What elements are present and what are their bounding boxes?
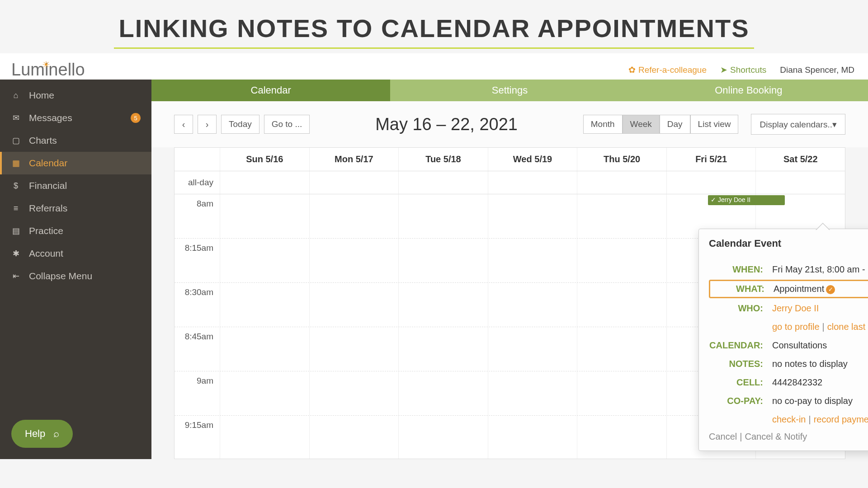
time-cell[interactable] — [577, 327, 666, 371]
who-link[interactable]: Jerry Doe II — [772, 303, 819, 313]
tab-calendar[interactable]: Calendar — [151, 80, 390, 101]
list-icon: ≡ — [11, 204, 21, 213]
sidebar-item-practice[interactable]: ▤Practice — [0, 220, 151, 242]
grid-icon: ▤ — [11, 226, 21, 236]
time-cell[interactable] — [398, 371, 488, 415]
time-cell[interactable] — [220, 416, 309, 459]
shortcuts-link[interactable]: ➤ Shortcuts — [720, 65, 766, 75]
day-header: Wed 5/19 — [488, 148, 577, 171]
tab-booking[interactable]: Online Booking — [629, 80, 868, 101]
main-content: Calendar Settings Online Booking ‹ › Tod… — [151, 80, 868, 459]
date-range: May 16 – 22, 2021 — [314, 115, 578, 134]
sidebar-item-financial[interactable]: $Financial — [0, 174, 151, 197]
time-cell[interactable] — [309, 327, 399, 371]
list-view-button[interactable]: List view — [690, 115, 739, 134]
time-label: 8:30am — [175, 283, 220, 327]
day-header: Tue 5/18 — [398, 148, 488, 171]
collapse-icon: ⇤ — [11, 271, 21, 281]
sidebar-item-label: Referrals — [29, 203, 67, 214]
month-view-button[interactable]: Month — [583, 115, 623, 134]
time-cell[interactable] — [309, 416, 399, 459]
copay-label: CO-PAY: — [709, 396, 772, 406]
time-cell[interactable] — [488, 194, 577, 238]
time-cell[interactable] — [220, 371, 309, 415]
day-header: Sat 5/22 — [755, 148, 845, 171]
what-label: WHAT: — [710, 284, 774, 294]
sidebar-item-collapse[interactable]: ⇤Collapse Menu — [0, 265, 151, 287]
tab-settings[interactable]: Settings — [390, 80, 629, 101]
time-cell[interactable] — [220, 194, 309, 238]
week-view-button[interactable]: Week — [623, 115, 660, 134]
day-header: Mon 5/17 — [309, 148, 399, 171]
sidebar-item-referrals[interactable]: ≡Referrals — [0, 197, 151, 220]
event-chip[interactable]: ✓ Jerry Doe II — [708, 195, 785, 205]
time-cell[interactable] — [309, 371, 399, 415]
help-button[interactable]: Help ⌕ — [11, 420, 73, 448]
cancel-notify-link[interactable]: Cancel & Notify — [745, 432, 807, 441]
gift-icon: ✿ — [628, 65, 636, 75]
view-group: Month Week Day List view — [583, 115, 739, 134]
sidebar-item-messages[interactable]: ✉Messages5 — [0, 107, 151, 129]
sidebar-item-calendar[interactable]: ▦Calendar — [0, 152, 151, 174]
checkin-link[interactable]: check-in — [772, 414, 806, 424]
day-header: Sun 5/16 — [220, 148, 309, 171]
calendar-header-row: Sun 5/16 Mon 5/17 Tue 5/18 Wed 5/19 Thu … — [175, 148, 845, 171]
go-to-profile-link[interactable]: go to profile — [772, 322, 820, 332]
calendar-label: CALENDAR: — [709, 340, 772, 351]
time-cell[interactable] — [309, 239, 399, 282]
cell-label: CELL: — [709, 377, 772, 388]
page-heading: LINKING NOTES TO CALENDAR APPOINTMENTS — [114, 14, 754, 49]
time-cell[interactable] — [577, 239, 666, 282]
next-button[interactable]: › — [198, 115, 217, 134]
time-cell[interactable] — [398, 283, 488, 327]
copay-value: no co-pay to display — [772, 396, 868, 406]
time-cell[interactable] — [220, 283, 309, 327]
user-name[interactable]: Diana Spencer, MD — [780, 65, 854, 75]
today-button[interactable]: Today — [221, 115, 259, 134]
time-cell[interactable] — [220, 239, 309, 282]
home-icon: ⌂ — [11, 91, 21, 100]
sidebar-item-account[interactable]: ✱Account — [0, 242, 151, 265]
sun-icon: ☀ — [42, 59, 50, 70]
time-cell[interactable] — [577, 416, 666, 459]
time-label: 8:45am — [175, 327, 220, 371]
time-cell[interactable] — [488, 327, 577, 371]
clone-last-note-link[interactable]: clone last note — [827, 322, 868, 332]
sidebar-item-label: Financial — [29, 180, 67, 191]
goto-button[interactable]: Go to ... — [264, 115, 310, 134]
brand-logo: ☀ Luminello — [11, 60, 85, 80]
time-cell[interactable] — [309, 194, 399, 238]
arrow-icon: ➤ — [720, 65, 727, 75]
time-cell[interactable] — [398, 194, 488, 238]
sidebar-item-label: Messages — [29, 113, 72, 123]
time-cell[interactable] — [220, 327, 309, 371]
display-calendars-dropdown[interactable]: Display calendars..▾ — [751, 114, 845, 135]
sidebar-item-home[interactable]: ⌂Home — [0, 84, 151, 107]
time-cell[interactable] — [488, 283, 577, 327]
cell-value: 4442842332 — [772, 377, 868, 388]
sidebar-item-charts[interactable]: ▢Charts — [0, 129, 151, 152]
day-header: Thu 5/20 — [577, 148, 666, 171]
time-cell[interactable] — [577, 371, 666, 415]
time-cell[interactable] — [577, 194, 666, 238]
day-view-button[interactable]: Day — [660, 115, 690, 134]
time-cell[interactable] — [488, 239, 577, 282]
popover-header: Calendar Event ✕ — [699, 229, 868, 258]
record-payment-link[interactable]: record payment — [814, 414, 868, 424]
time-cell[interactable] — [309, 283, 399, 327]
time-cell[interactable] — [577, 283, 666, 327]
cancel-link[interactable]: Cancel — [709, 432, 737, 441]
sidebar-item-label: Charts — [29, 135, 57, 146]
refer-link[interactable]: ✿ Refer-a-colleague — [628, 65, 707, 75]
time-cell[interactable] — [488, 416, 577, 459]
popover-title: Calendar Event — [709, 238, 781, 249]
help-label: Help — [25, 428, 45, 440]
dollar-icon: $ — [11, 181, 21, 191]
time-cell[interactable] — [488, 371, 577, 415]
time-cell[interactable] — [398, 327, 488, 371]
sidebar-item-label: Collapse Menu — [29, 271, 92, 282]
prev-button[interactable]: ‹ — [174, 115, 193, 134]
time-cell[interactable] — [398, 416, 488, 459]
time-cell[interactable] — [398, 239, 488, 282]
allday-label: all-day — [175, 171, 220, 194]
